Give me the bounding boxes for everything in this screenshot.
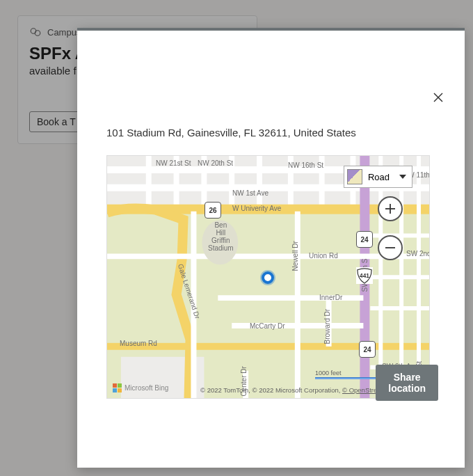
street-label: SW 2nd: [406, 250, 430, 257]
location-address: 101 Stadium Rd, Gainesville, FL 32611, U…: [106, 127, 438, 138]
map-type-label: Road: [368, 172, 390, 182]
street-label: NW 16th St: [288, 161, 323, 169]
provider-label: Microsoft Bing: [125, 384, 168, 392]
plus-icon: [384, 203, 396, 215]
location-marker: [262, 271, 274, 284]
street-label: Newell Dr: [291, 241, 299, 271]
map-type-selector[interactable]: Road: [344, 166, 412, 188]
highway-badge-26: 26: [205, 202, 221, 219]
street-label: NW 21st St: [156, 159, 191, 167]
poi-stadium: Ben Hill Griffin Stadium: [208, 221, 234, 252]
highway-badge-24: 24: [356, 231, 373, 248]
close-icon: [433, 93, 443, 102]
street-label: NW 1st Ave: [232, 189, 268, 197]
map-provider-logo: Microsoft Bing: [113, 383, 168, 392]
scale-feet: 1000 feet: [315, 370, 342, 376]
close-button[interactable]: [431, 90, 445, 104]
chevron-down-icon: [399, 175, 406, 179]
zoom-out-button[interactable]: [378, 235, 403, 260]
map-container[interactable]: NW 21st St NW 20th St NW 16th St NW 11th…: [106, 155, 430, 399]
modal-content: 101 Stadium Rd, Gainesville, FL 32611, U…: [106, 127, 438, 447]
minus-icon: [384, 241, 396, 254]
highway-badge-441: 441: [356, 267, 373, 284]
street-label: W Univerity Ave: [232, 205, 281, 212]
svg-text:441: 441: [360, 272, 369, 279]
microsoft-icon: [113, 383, 122, 392]
street-label: McCarty Dr: [250, 322, 285, 330]
street-label: NW 20th St: [198, 159, 233, 167]
street-label: InnerDr: [319, 294, 342, 301]
location-modal: 101 Stadium Rd, Gainesville, FL 32611, U…: [77, 28, 465, 468]
highway-badge-24b: 24: [359, 341, 376, 358]
zoom-controls: [378, 196, 403, 260]
street-label: Union Rd: [309, 252, 338, 260]
street-label: Museum Rd: [120, 340, 157, 347]
street-label: Broward Dr: [323, 309, 331, 344]
map-type-thumb-icon: [347, 169, 362, 184]
zoom-in-button[interactable]: [378, 196, 403, 221]
share-location-button[interactable]: Share location: [376, 365, 438, 401]
